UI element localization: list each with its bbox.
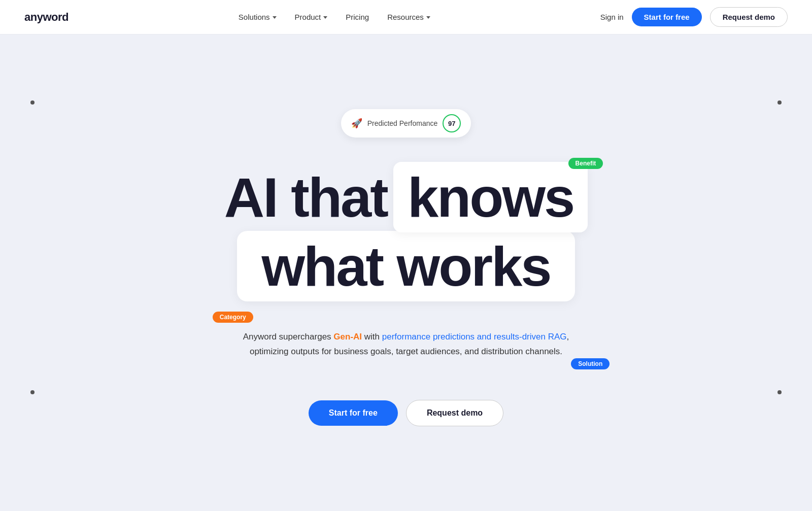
benefit-badge: Benefit bbox=[568, 158, 603, 169]
headline-ai-that: AI that bbox=[224, 168, 387, 227]
hero-start-free-button[interactable]: Start for free bbox=[309, 400, 398, 426]
hero-headline: AI that knows Benefit what works bbox=[224, 168, 588, 301]
headline-line2: what works bbox=[224, 231, 588, 302]
nav-request-demo-button[interactable]: Request demo bbox=[710, 7, 788, 27]
perf-score: 97 bbox=[443, 114, 461, 132]
nav-center: Solutions Product Pricing Resources bbox=[239, 13, 430, 21]
sub-text-perf-link: performance predictions and results-driv… bbox=[382, 332, 567, 342]
hero-sub-text: Anyword supercharges Gen-AI with perform… bbox=[243, 330, 569, 359]
nav-product[interactable]: Product bbox=[295, 13, 328, 21]
corner-dot-bottom-left bbox=[30, 390, 35, 394]
corner-dot-top-right bbox=[777, 100, 782, 105]
chevron-down-icon bbox=[426, 16, 430, 19]
rocket-icon: 🚀 bbox=[351, 118, 362, 129]
headline-knows-box: knows bbox=[393, 162, 588, 232]
sub-text-middle: with bbox=[362, 332, 382, 342]
perf-badge-label: Predicted Perfomance bbox=[367, 119, 438, 127]
headline-what-works-box: what works bbox=[237, 231, 574, 302]
nav-right: Sign in Start for free Request demo bbox=[600, 7, 788, 27]
nav-resources[interactable]: Resources bbox=[387, 13, 430, 21]
sub-text-gen-ai: Gen-AI bbox=[333, 332, 362, 342]
hero-subheading: Category Anyword supercharges Gen-AI wit… bbox=[243, 330, 569, 359]
performance-badge: 🚀 Predicted Perfomance 97 bbox=[341, 109, 471, 138]
chevron-down-icon bbox=[323, 16, 327, 19]
brand-logo[interactable]: anyword bbox=[24, 11, 69, 24]
navbar: anyword Solutions Product Pricing Resour… bbox=[0, 0, 812, 35]
category-badge: Category bbox=[213, 312, 253, 323]
nav-start-free-button[interactable]: Start for free bbox=[632, 8, 702, 26]
nav-solutions-label: Solutions bbox=[239, 13, 270, 21]
nav-solutions[interactable]: Solutions bbox=[239, 13, 277, 21]
corner-dot-bottom-right bbox=[777, 390, 782, 394]
nav-resources-label: Resources bbox=[387, 13, 424, 21]
nav-pricing[interactable]: Pricing bbox=[346, 13, 369, 21]
chevron-down-icon bbox=[273, 16, 277, 19]
headline-line1: AI that knows Benefit bbox=[224, 168, 588, 227]
hero-section: 🚀 Predicted Perfomance 97 AI that knows … bbox=[0, 35, 812, 511]
nav-product-label: Product bbox=[295, 13, 321, 21]
solution-badge: Solution bbox=[571, 358, 610, 369]
sub-text-before: Anyword supercharges bbox=[243, 332, 334, 342]
corner-dot-top-left bbox=[30, 100, 35, 105]
hero-request-demo-button[interactable]: Request demo bbox=[406, 400, 503, 426]
hero-ctas: Start for free Request demo bbox=[309, 400, 503, 426]
nav-pricing-label: Pricing bbox=[346, 13, 369, 21]
sign-in-link[interactable]: Sign in bbox=[600, 13, 624, 21]
